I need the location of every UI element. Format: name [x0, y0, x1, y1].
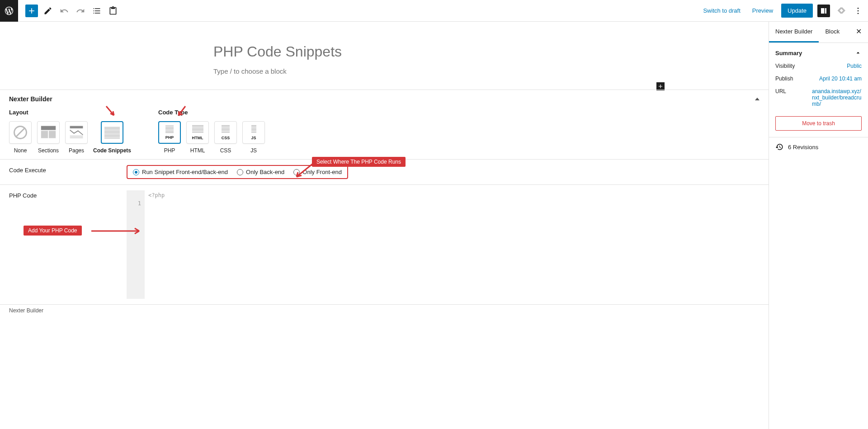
- nexter-section-title-text: Nexter Builder: [9, 95, 52, 103]
- annotation-arrow-icon: [104, 105, 118, 120]
- revisions-label: 6 Revisions: [788, 144, 818, 151]
- svg-rect-10: [70, 137, 83, 138]
- code-type-option-label: CSS: [220, 147, 231, 154]
- annotation-arrow-icon: [90, 226, 145, 237]
- code-type-option-html[interactable]: HTML HTML: [186, 121, 209, 154]
- nexter-icon[interactable]: [835, 5, 847, 17]
- code-type-label: Code Type: [158, 109, 265, 116]
- history-icon: [775, 143, 783, 151]
- add-block-button[interactable]: [25, 5, 38, 17]
- publish-row: Publish April 20 10:41 am: [775, 75, 862, 82]
- layout-option-label: Code Snippets: [93, 147, 131, 154]
- page-title[interactable]: PHP Code Snippets: [208, 43, 561, 60]
- radio-circle-icon: [237, 169, 243, 175]
- sidebar: Nexter Builder Block ✕ Summary Visibilit…: [769, 22, 868, 429]
- layout-option-pages[interactable]: Pages: [65, 121, 88, 154]
- redo-icon[interactable]: [74, 5, 87, 17]
- layout-thumb-pages: [65, 121, 88, 144]
- svg-point-1: [858, 10, 859, 11]
- toolbar-left-group: [25, 5, 119, 17]
- code-type-thumb-js: JS: [242, 121, 265, 144]
- radio-back-end[interactable]: Only Back-end: [237, 169, 284, 175]
- footer-breadcrumb: Nexter Builder: [0, 304, 769, 316]
- tab-block[interactable]: Block: [819, 22, 846, 42]
- more-options-icon[interactable]: [852, 5, 864, 17]
- layout-thumb-none: [9, 121, 32, 144]
- editor-area: PHP Code Snippets Type / to choose a blo…: [0, 22, 769, 429]
- code-type-thumb-html: HTML: [186, 121, 209, 144]
- layout-option-label: Sections: [38, 147, 59, 154]
- move-to-trash-button[interactable]: Move to trash: [775, 116, 862, 131]
- visibility-row: Visibility Public: [775, 63, 862, 69]
- settings-panel-toggle[interactable]: [817, 5, 830, 17]
- collapse-arrow-icon[interactable]: [755, 98, 760, 100]
- visibility-value[interactable]: Public: [847, 63, 862, 69]
- sidebar-tabs: Nexter Builder Block ✕: [769, 22, 868, 43]
- nexter-builder-section: Nexter Builder Layout None: [0, 90, 769, 159]
- layout-thumb-code-snippets: [101, 121, 123, 144]
- update-button[interactable]: Update: [781, 4, 813, 18]
- code-type-option-label: HTML: [190, 147, 205, 154]
- visibility-label: Visibility: [775, 63, 795, 69]
- code-execute-label: Code Execute: [9, 165, 127, 174]
- code-type-options: PHP PHP HTML HTML CSS: [158, 121, 265, 154]
- preview-link[interactable]: Preview: [749, 5, 777, 17]
- radio-label: Only Back-end: [246, 169, 284, 175]
- svg-point-2: [858, 13, 859, 14]
- layout-option-label: None: [14, 147, 27, 154]
- url-row: URL ananda.instawp.xyz/nxt_builder/bread…: [775, 88, 862, 107]
- list-view-icon[interactable]: [90, 5, 103, 17]
- svg-rect-8: [70, 126, 83, 128]
- layout-option-code-snippets[interactable]: Code Snippets: [93, 121, 131, 154]
- revisions-row[interactable]: 6 Revisions: [769, 137, 868, 156]
- radio-label: Run Snippet Front-end/Back-end: [142, 169, 228, 175]
- code-type-thumb-css: CSS: [214, 121, 237, 144]
- svg-line-4: [16, 128, 25, 137]
- code-type-option-css[interactable]: CSS CSS: [214, 121, 237, 154]
- layout-option-none[interactable]: None: [9, 121, 32, 154]
- publish-value[interactable]: April 20 10:41 am: [819, 75, 862, 82]
- code-type-option-label: JS: [250, 147, 257, 154]
- layout-group: Layout None Sections: [9, 109, 131, 154]
- code-type-group: Code Type PHP PHP HTML HTML: [158, 109, 265, 154]
- top-toolbar: Switch to draft Preview Update: [0, 0, 868, 22]
- layout-row: Layout None Sections: [9, 109, 760, 154]
- svg-point-0: [858, 7, 859, 9]
- undo-icon[interactable]: [58, 5, 71, 17]
- layout-option-sections[interactable]: Sections: [37, 121, 60, 154]
- code-type-option-label: PHP: [164, 147, 175, 154]
- close-sidebar-icon[interactable]: ✕: [849, 22, 868, 42]
- summary-panel: Summary Visibility Public Publish April …: [769, 43, 868, 137]
- tab-nexter-builder[interactable]: Nexter Builder: [769, 22, 819, 42]
- switch-to-draft-link[interactable]: Switch to draft: [699, 5, 744, 17]
- chevron-up-icon: [854, 49, 862, 57]
- php-code-section: PHP Code 1 <?php Add Your PHP Code: [0, 184, 769, 304]
- svg-rect-6: [41, 131, 48, 138]
- code-editor[interactable]: 1 <?php: [127, 190, 760, 299]
- toolbar-right-group: Switch to draft Preview Update: [699, 4, 864, 18]
- code-type-option-php[interactable]: PHP PHP: [158, 121, 181, 154]
- radio-circle-icon: [133, 169, 139, 175]
- annotation-select-where: Select Where The PHP Code Runs: [312, 157, 406, 167]
- main-layout: PHP Code Snippets Type / to choose a blo…: [0, 22, 868, 429]
- summary-header[interactable]: Summary: [775, 49, 862, 57]
- layout-option-label: Pages: [69, 147, 84, 154]
- svg-rect-7: [49, 131, 56, 138]
- block-prompt[interactable]: Type / to choose a block: [208, 67, 561, 75]
- editor-content: PHP Code Snippets Type / to choose a blo…: [208, 22, 561, 90]
- code-area[interactable]: <?php: [145, 190, 760, 299]
- summary-label: Summary: [775, 50, 802, 57]
- svg-rect-5: [41, 126, 56, 130]
- url-value[interactable]: ananda.instawp.xyz/nxt_builder/breadcrum…: [812, 88, 862, 107]
- wordpress-logo[interactable]: [0, 0, 18, 22]
- code-type-thumb-php: PHP: [158, 121, 181, 144]
- publish-label: Publish: [775, 75, 793, 82]
- svg-rect-9: [70, 136, 83, 137]
- layout-thumb-sections: [37, 121, 60, 144]
- edit-icon[interactable]: [42, 5, 54, 17]
- annotation-arrow-icon: [176, 105, 190, 120]
- layout-options: None Sections Pages: [9, 121, 131, 154]
- radio-front-back-end[interactable]: Run Snippet Front-end/Back-end: [133, 169, 228, 175]
- paste-icon[interactable]: [107, 5, 119, 17]
- code-type-option-js[interactable]: JS JS: [242, 121, 265, 154]
